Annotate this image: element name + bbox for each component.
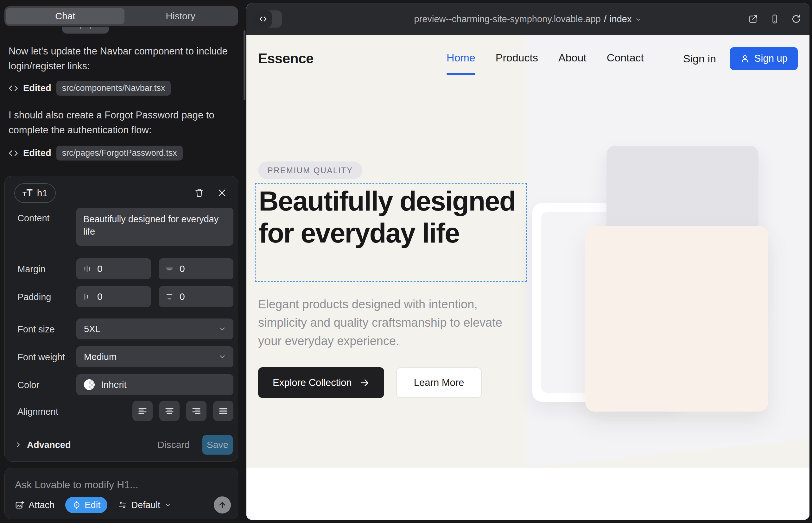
font-weight-label: Font weight (17, 352, 65, 362)
nav-link-contact[interactable]: Contact (607, 52, 644, 66)
selected-element-outline[interactable]: Beautifully designed for everyday life (255, 183, 527, 282)
explore-collection-label: Explore Collection (273, 377, 352, 389)
nav-link-about[interactable]: About (558, 52, 586, 66)
file-chip[interactable]: src/pages/ForgotPassword.tsx (56, 146, 183, 161)
tab-chat[interactable]: Chat (6, 8, 124, 24)
decorative-cream-card (585, 226, 768, 412)
margin-y-input[interactable]: 0 (159, 258, 233, 279)
content-textarea[interactable]: Beautifully designed for everyday life (76, 208, 233, 246)
site-canvas: Essence Home Products About Contact Sign… (246, 35, 810, 520)
url-page: index (610, 14, 632, 24)
sign-in-link[interactable]: Sign in (683, 53, 716, 65)
color-label: Color (17, 380, 39, 390)
user-icon (740, 54, 749, 63)
hero-badge: PREMIUM QUALITY (258, 161, 362, 179)
color-select[interactable]: Inherit (76, 374, 233, 395)
hero-description: Elegant products designed with intention… (258, 295, 515, 350)
discard-button[interactable]: Discard (157, 439, 190, 450)
chevron-down-icon (218, 353, 226, 361)
advanced-toggle[interactable]: Advanced (14, 440, 71, 450)
code-icon (254, 11, 272, 28)
advanced-label: Advanced (27, 440, 71, 450)
preview-panel: preview--charming-site-symphony.lovable.… (246, 3, 810, 520)
edited-file-row: Edited src/pages/ForgotPassword.tsx (8, 146, 183, 161)
margin-y-value: 0 (180, 264, 185, 274)
padding-vertical-icon (165, 292, 174, 301)
chevron-down-icon (164, 502, 171, 508)
code-icon (8, 84, 18, 93)
tab-history[interactable]: History (124, 8, 236, 24)
padding-horizontal-icon (83, 292, 91, 301)
url-separator: / (604, 14, 606, 24)
sidebar-scrollbar[interactable] (244, 30, 245, 100)
padding-label: Padding (17, 292, 51, 302)
site-navbar: Essence Home Products About Contact Sign… (246, 35, 810, 82)
edit-mode-button[interactable]: Edit (65, 497, 107, 513)
align-justify-button[interactable] (213, 401, 233, 421)
edited-label: Edited (23, 148, 51, 158)
font-size-select[interactable]: 5XL (76, 319, 233, 339)
open-external-icon[interactable] (748, 14, 758, 24)
padding-y-input[interactable]: 0 (159, 286, 233, 307)
trash-icon[interactable] (194, 188, 204, 198)
margin-label: Margin (17, 264, 46, 274)
chat-message: I should also create a Forgot Password p… (8, 108, 235, 138)
edited-label: Edited (23, 83, 51, 93)
font-size-value: 5XL (84, 324, 100, 334)
explore-collection-button[interactable]: Explore Collection (258, 367, 384, 398)
file-chip[interactable]: src/components/Navbar.tsx (56, 81, 171, 96)
url-domain: preview--charming-site-symphony.lovable.… (414, 14, 601, 24)
learn-more-button[interactable]: Learn More (396, 367, 482, 398)
chevron-down-icon (218, 325, 226, 333)
sign-up-label: Sign up (754, 53, 788, 64)
content-label: Content (17, 213, 50, 223)
chat-composer: Ask Lovable to modify H1... Attach Edit (4, 468, 238, 519)
hero-heading: Beautifully designed for everyday life (259, 185, 522, 249)
element-inspector-panel: TT h1 Content Beautifully designed for e… (4, 176, 238, 462)
nav-link-home[interactable]: Home (446, 52, 475, 66)
attach-label: Attach (29, 500, 54, 510)
refresh-icon[interactable] (791, 14, 801, 24)
font-size-label: Font size (17, 324, 55, 335)
url-bar[interactable]: preview--charming-site-symphony.lovable.… (414, 3, 642, 35)
arrow-right-icon (359, 378, 370, 388)
attach-button[interactable]: Attach (15, 500, 54, 510)
mode-label: Default (131, 500, 160, 510)
alignment-label: Alignment (17, 407, 58, 417)
composer-input[interactable]: Ask Lovable to modify H1... (15, 479, 138, 491)
chat-sidebar: Chat History Now let's update the Navbar… (0, 0, 246, 523)
padding-x-value: 0 (97, 291, 103, 302)
align-right-button[interactable] (186, 401, 207, 421)
target-icon (72, 501, 81, 509)
close-icon[interactable] (217, 188, 227, 198)
margin-x-input[interactable]: 0 (76, 258, 151, 279)
sign-up-button[interactable]: Sign up (730, 47, 798, 70)
composer-toolbar: Attach Edit Default (15, 496, 231, 514)
type-size-icon: TT (22, 187, 33, 199)
send-button[interactable] (214, 497, 231, 513)
mobile-view-icon[interactable] (770, 14, 780, 24)
align-left-button[interactable] (133, 401, 153, 421)
code-icon (8, 148, 18, 158)
chevron-right-icon (14, 441, 22, 449)
align-center-button[interactable] (159, 401, 180, 421)
save-button[interactable]: Save (202, 435, 233, 455)
padding-y-value: 0 (180, 291, 185, 302)
font-weight-select[interactable]: Medium (76, 346, 233, 367)
element-tag-label: h1 (37, 188, 48, 198)
nav-link-products[interactable]: Products (496, 52, 538, 66)
sliders-icon (118, 501, 127, 509)
edited-file-row: Edited src/components/Navbar.tsx (8, 81, 171, 96)
site-logo[interactable]: Essence (258, 51, 314, 67)
auth-actions: Sign in Sign up (683, 47, 798, 70)
margin-x-value: 0 (97, 264, 103, 274)
mode-selector[interactable]: Default (118, 500, 171, 510)
alignment-buttons (76, 401, 233, 421)
padding-x-input[interactable]: 0 (76, 286, 151, 307)
app-window: Chat History Now let's update the Navbar… (0, 0, 812, 523)
site-nav: Home Products About Contact (446, 52, 644, 66)
chevron-down-icon (635, 16, 642, 23)
code-view-toggle[interactable] (254, 11, 282, 28)
scrolled-chip-partial (62, 26, 109, 34)
chat-message: Now let's update the Navbar component to… (8, 44, 235, 73)
